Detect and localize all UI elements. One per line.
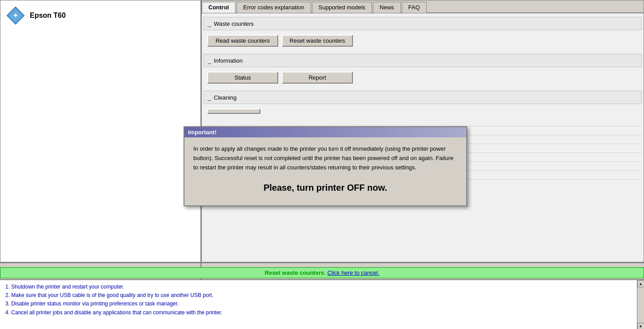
report-button[interactable]: Report xyxy=(282,72,353,84)
notification-green-text: Reset waste counters. xyxy=(265,269,326,276)
waste-counters-title: Waste counters xyxy=(214,20,254,27)
modal-title: Important! xyxy=(188,129,216,136)
line-1 xyxy=(204,117,642,126)
information-buttons: Status Report xyxy=(202,70,644,87)
left-panel: ✦ Epson T60 xyxy=(0,0,201,262)
modal-title-bar: Important! xyxy=(184,127,466,137)
tab-control[interactable]: Control xyxy=(202,2,236,13)
trouble-item-3: 3. Disable printer status monitor via pr… xyxy=(5,300,639,308)
troubleshooting-area: 1. Shutdown the printer and restart your… xyxy=(0,279,644,329)
svg-text:✦: ✦ xyxy=(13,12,18,19)
scroll-down-arrow[interactable]: ▼ xyxy=(637,323,644,329)
cleaning-title: Cleaning xyxy=(214,94,236,101)
cleaning-section-header: ⎯ Cleaning xyxy=(204,91,642,104)
trouble-item-2: 2. Make sure that your USB cable is of t… xyxy=(5,291,639,300)
notification-link[interactable]: Click here to cancel. xyxy=(327,269,379,276)
cleaning-icon: ⎯ xyxy=(208,94,211,101)
information-icon: ⎯ xyxy=(208,57,211,64)
tab-faq[interactable]: FAQ xyxy=(402,2,427,13)
read-waste-counters-button[interactable]: Read waste counters xyxy=(207,35,278,47)
trouble-item-1: 1. Shutdown the printer and restart your… xyxy=(5,283,639,291)
tab-supported-models[interactable]: Supported models xyxy=(312,2,372,13)
cleaning-partial-button[interactable] xyxy=(207,108,260,114)
printer-name: Epson T60 xyxy=(30,12,66,20)
modal-body: In order to apply all changes made to th… xyxy=(184,137,466,205)
scrollbar[interactable]: ▲ ▼ xyxy=(637,280,644,329)
status-button[interactable]: Status xyxy=(207,72,278,84)
waste-counters-icon: ⎯ xyxy=(208,20,211,27)
information-section-header: ⎯ Information xyxy=(204,54,642,67)
tab-news[interactable]: News xyxy=(373,2,401,13)
waste-counters-buttons: Read waste counters Reset waste counters xyxy=(202,33,644,50)
reset-waste-counters-button[interactable]: Reset waste counters xyxy=(282,35,353,47)
scroll-up-arrow[interactable]: ▲ xyxy=(637,280,644,287)
modal-important-text: Please, turn printer OFF now. xyxy=(193,179,457,197)
trouble-item-4: 4. Cancel all printer jobs and disable a… xyxy=(5,309,639,317)
printer-icon: ✦ xyxy=(6,6,25,25)
modal-body-text: In order to apply all changes made to th… xyxy=(193,144,457,172)
tab-error-codes[interactable]: Error codes explanation xyxy=(236,2,311,13)
cleaning-buttons xyxy=(202,107,644,117)
scroll-track xyxy=(637,287,644,323)
tab-bar: Control Error codes explanation Supporte… xyxy=(202,0,644,13)
important-modal: Important! In order to apply all changes… xyxy=(184,126,467,206)
information-title: Information xyxy=(214,57,243,64)
waste-counters-section-header: ⎯ Waste counters xyxy=(204,17,642,30)
printer-header: ✦ Epson T60 xyxy=(4,4,197,27)
notification-bar[interactable]: Reset waste counters. Click here to canc… xyxy=(0,267,644,278)
